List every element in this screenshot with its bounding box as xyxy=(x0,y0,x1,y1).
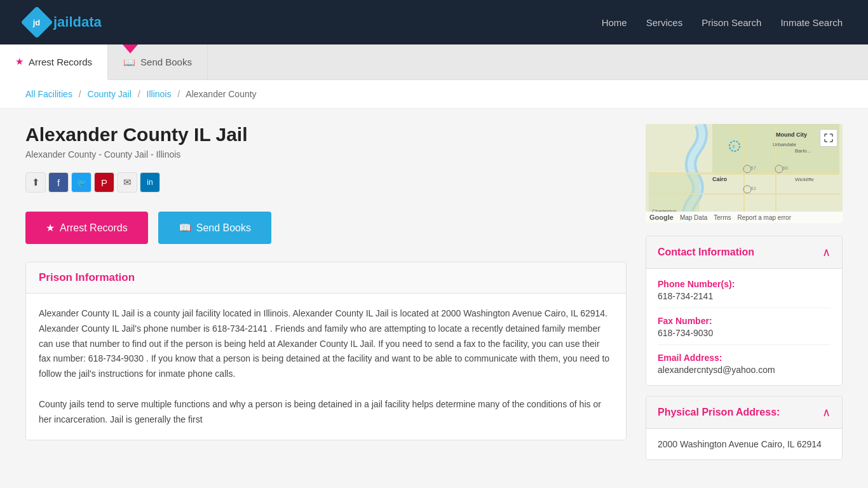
breadcrumb-sep-3: / xyxy=(177,89,180,99)
action-buttons: ★ Arrest Records 📖 Send Books xyxy=(25,212,627,244)
logo-letters: jd xyxy=(33,18,41,27)
star-icon: ★ xyxy=(15,56,24,67)
breadcrumb-current: Alexander County xyxy=(186,89,256,99)
fax-label: Fax Number: xyxy=(658,316,831,326)
address-card-body: 2000 Washington Avenue Cairo, IL 62914 xyxy=(646,429,842,459)
brand-suffix: data xyxy=(73,14,102,30)
brand-name: jaildata xyxy=(53,14,102,30)
arrest-records-label: Arrest Records xyxy=(60,222,128,234)
map-expand-button[interactable] xyxy=(820,129,837,147)
navbar: jd jaildata Home Services Prison Search … xyxy=(0,0,868,44)
prison-info-paragraph-1: Alexander County IL Jail is a county jai… xyxy=(39,306,613,382)
svg-text:3: 3 xyxy=(732,144,735,149)
tab-arrest-records-label: Arrest Records xyxy=(29,57,92,67)
address-card: Physical Prison Address: ∧ 2000 Washingt… xyxy=(646,396,843,460)
breadcrumb-sep-1: / xyxy=(79,89,81,99)
svg-text:Mound City: Mound City xyxy=(776,132,807,138)
svg-text:Wickliffe: Wickliffe xyxy=(795,177,814,182)
tab-send-books-label: Send Books xyxy=(140,57,192,67)
svg-text:Urbandale: Urbandale xyxy=(773,142,796,147)
prison-info-paragraph-2: County jails tend to serve multiple func… xyxy=(39,397,613,428)
svg-text:57: 57 xyxy=(750,165,756,171)
email-icon[interactable]: ✉ xyxy=(117,172,137,193)
send-books-button[interactable]: 📖 Send Books xyxy=(158,212,271,244)
prison-info-title: Prison Information xyxy=(39,271,613,284)
nav-prison-search[interactable]: Prison Search xyxy=(702,17,761,28)
contact-card-title: Contact Information xyxy=(658,247,754,258)
logo-diamond: jd xyxy=(21,6,53,39)
email-value: alexandercntysd@yahoo.com xyxy=(658,365,831,375)
expand-icon xyxy=(824,133,833,142)
tab-arrest-records[interactable]: ★ Arrest Records xyxy=(0,44,108,80)
contact-card-body: Phone Number(s): 618-734-2141 Fax Number… xyxy=(646,269,842,385)
contact-card: Contact Information ∧ Phone Number(s): 6… xyxy=(646,236,843,386)
facebook-icon[interactable]: f xyxy=(48,172,69,193)
email-label: Email Address: xyxy=(658,353,831,363)
breadcrumb-all-facilities[interactable]: All Facilities xyxy=(25,89,72,99)
send-books-book-icon: 📖 xyxy=(179,222,191,234)
tab-indicator xyxy=(123,44,138,53)
address-card-header: Physical Prison Address: ∧ xyxy=(646,396,842,429)
nav-links: Home Services Prison Search Inmate Searc… xyxy=(602,17,843,28)
nav-services[interactable]: Services xyxy=(646,17,683,28)
twitter-icon[interactable]: 🐦 xyxy=(71,172,92,193)
svg-text:60: 60 xyxy=(782,165,788,171)
map-svg: 57 60 62 Mound City Urbandale Barlo... C… xyxy=(646,124,843,223)
breadcrumb-county-jail[interactable]: County Jail xyxy=(88,89,132,99)
pinterest-icon[interactable]: P xyxy=(94,172,114,193)
linkedin-icon[interactable]: in xyxy=(140,172,160,193)
brand-logo[interactable]: jd jaildata xyxy=(25,11,102,34)
book-icon: 📖 xyxy=(123,57,135,68)
address-card-title: Physical Prison Address: xyxy=(658,407,780,418)
prison-info-body: Alexander County IL Jail is a county jai… xyxy=(26,294,626,440)
social-icons: ⬆ f 🐦 P ✉ in xyxy=(25,172,627,193)
facility-title: Alexander County IL Jail xyxy=(25,124,627,146)
map-container: 57 60 62 Mound City Urbandale Barlo... C… xyxy=(646,124,843,223)
phone-label: Phone Number(s): xyxy=(658,279,831,289)
main-content: Alexander County IL Jail Alexander Count… xyxy=(0,109,868,475)
map-footer: Google Map Data Terms Report a map error xyxy=(646,212,843,223)
brand-prefix: jail xyxy=(53,14,73,30)
nav-home[interactable]: Home xyxy=(602,17,627,28)
prison-info-card: Prison Information Alexander County IL J… xyxy=(25,262,627,440)
contact-card-header: Contact Information ∧ xyxy=(646,236,842,269)
address-value: 2000 Washington Avenue Cairo, IL 62914 xyxy=(658,439,831,449)
send-books-label: Send Books xyxy=(196,222,251,234)
left-column: Alexander County IL Jail Alexander Count… xyxy=(25,124,627,460)
tab-bar: ★ Arrest Records 📖 Send Books xyxy=(0,44,868,80)
map-terms-link[interactable]: Terms xyxy=(714,214,731,221)
phone-value: 618-734-2141 xyxy=(658,291,831,308)
share-icon[interactable]: ⬆ xyxy=(25,172,46,193)
address-chevron-icon[interactable]: ∧ xyxy=(822,405,831,419)
map-data-link[interactable]: Map Data xyxy=(680,214,707,221)
breadcrumb-illinois[interactable]: Illinois xyxy=(147,89,172,99)
google-logo: Google xyxy=(649,214,674,221)
right-column: 57 60 62 Mound City Urbandale Barlo... C… xyxy=(646,124,843,460)
fax-value: 618-734-9030 xyxy=(658,328,831,345)
arrest-star-icon: ★ xyxy=(46,222,55,234)
map-report-link[interactable]: Report a map error xyxy=(737,214,790,221)
contact-chevron-icon[interactable]: ∧ xyxy=(822,245,831,259)
svg-text:Barlo...: Barlo... xyxy=(795,148,811,154)
breadcrumb-sep-2: / xyxy=(138,89,140,99)
prison-info-header: Prison Information xyxy=(26,262,626,294)
facility-subtitle: Alexander County - County Jail - Illinoi… xyxy=(25,149,627,159)
nav-inmate-search[interactable]: Inmate Search xyxy=(780,17,843,28)
breadcrumb: All Facilities / County Jail / Illinois … xyxy=(0,80,868,109)
svg-text:62: 62 xyxy=(750,186,756,191)
arrest-records-button[interactable]: ★ Arrest Records xyxy=(25,212,148,244)
svg-text:Cairo: Cairo xyxy=(712,176,728,182)
